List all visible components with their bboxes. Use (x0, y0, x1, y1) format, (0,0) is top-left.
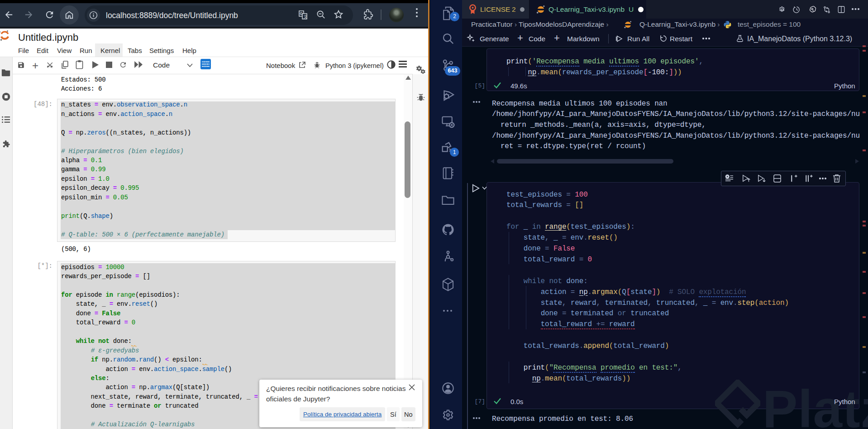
svg-text:文: 文 (304, 14, 308, 19)
